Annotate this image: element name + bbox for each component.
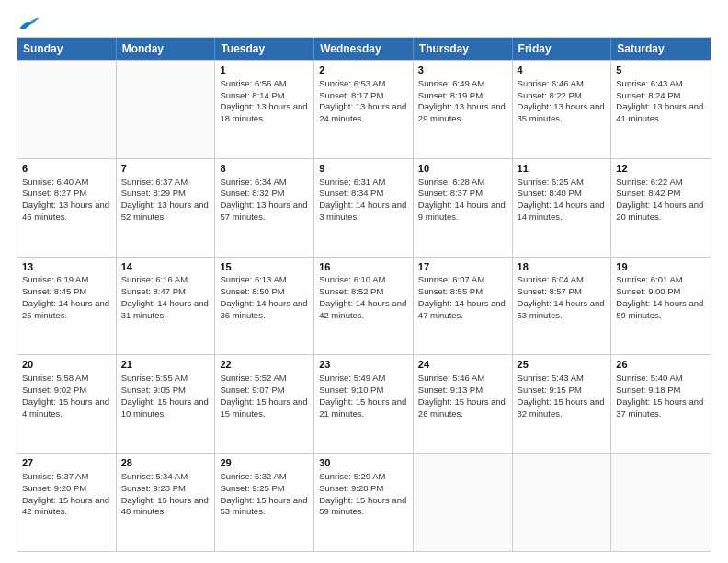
calendar-header: SundayMondayTuesdayWednesdayThursdayFrid… bbox=[17, 38, 711, 60]
day-number: 22 bbox=[220, 358, 309, 372]
calendar-cell: 16Sunrise: 6:10 AMSunset: 8:52 PMDayligh… bbox=[314, 258, 414, 355]
day-info: Sunset: 8:29 PM bbox=[121, 188, 210, 200]
day-info: Daylight: 15 hours and 42 minutes. bbox=[22, 495, 111, 519]
day-number: 29 bbox=[220, 456, 309, 470]
day-number: 6 bbox=[22, 162, 111, 176]
calendar-cell: 24Sunrise: 5:46 AMSunset: 9:13 PMDayligh… bbox=[414, 355, 513, 453]
day-number: 9 bbox=[319, 162, 408, 176]
day-number: 2 bbox=[319, 63, 408, 77]
day-info: Sunset: 8:45 PM bbox=[22, 286, 111, 298]
calendar-cell: 18Sunrise: 6:04 AMSunset: 8:57 PMDayligh… bbox=[513, 258, 612, 355]
day-info: Daylight: 14 hours and 42 minutes. bbox=[319, 298, 408, 322]
day-info: Sunset: 8:14 PM bbox=[220, 90, 309, 102]
day-info: Sunrise: 6:49 AM bbox=[418, 78, 507, 90]
calendar-header-day: Wednesday bbox=[314, 38, 414, 60]
day-info: Daylight: 15 hours and 53 minutes. bbox=[220, 495, 309, 519]
day-info: Sunset: 8:57 PM bbox=[518, 286, 607, 298]
day-info: Daylight: 13 hours and 18 minutes. bbox=[220, 101, 309, 125]
day-info: Sunrise: 6:53 AM bbox=[319, 78, 408, 90]
calendar-cell bbox=[17, 61, 117, 158]
calendar-cell: 28Sunrise: 5:34 AMSunset: 9:23 PMDayligh… bbox=[117, 454, 216, 551]
day-number: 11 bbox=[518, 162, 607, 176]
day-info: Daylight: 14 hours and 14 minutes. bbox=[518, 200, 607, 224]
day-number: 30 bbox=[319, 456, 408, 470]
day-info: Sunrise: 6:16 AM bbox=[121, 274, 210, 286]
calendar-header-day: Saturday bbox=[611, 38, 711, 60]
calendar-row: 1Sunrise: 6:56 AMSunset: 8:14 PMDaylight… bbox=[17, 60, 711, 158]
calendar-cell: 27Sunrise: 5:37 AMSunset: 9:20 PMDayligh… bbox=[17, 454, 117, 551]
day-number: 5 bbox=[616, 63, 706, 77]
day-info: Sunset: 8:55 PM bbox=[418, 286, 507, 298]
day-info: Sunrise: 6:13 AM bbox=[220, 274, 309, 286]
day-info: Daylight: 14 hours and 25 minutes. bbox=[22, 298, 111, 322]
calendar-header-day: Monday bbox=[117, 38, 216, 60]
calendar-body: 1Sunrise: 6:56 AMSunset: 8:14 PMDaylight… bbox=[17, 60, 711, 551]
calendar-cell: 5Sunrise: 6:43 AMSunset: 8:24 PMDaylight… bbox=[611, 61, 711, 158]
day-info: Sunset: 9:02 PM bbox=[22, 385, 111, 396]
day-info: Sunrise: 6:37 AM bbox=[121, 177, 210, 189]
day-info: Daylight: 14 hours and 9 minutes. bbox=[418, 200, 507, 224]
day-number: 25 bbox=[518, 358, 607, 372]
calendar-cell: 17Sunrise: 6:07 AMSunset: 8:55 PMDayligh… bbox=[414, 258, 513, 355]
day-info: Daylight: 13 hours and 52 minutes. bbox=[121, 200, 210, 224]
day-info: Daylight: 14 hours and 3 minutes. bbox=[319, 200, 408, 224]
day-info: Sunset: 9:18 PM bbox=[616, 385, 706, 396]
day-info: Sunset: 9:20 PM bbox=[22, 483, 111, 495]
day-info: Sunset: 8:19 PM bbox=[418, 90, 507, 102]
day-info: Sunrise: 6:56 AM bbox=[220, 78, 309, 90]
day-number: 21 bbox=[121, 358, 210, 372]
day-number: 7 bbox=[121, 162, 210, 176]
day-info: Sunset: 9:23 PM bbox=[121, 483, 210, 495]
day-info: Sunrise: 5:40 AM bbox=[616, 373, 706, 385]
day-info: Sunset: 8:50 PM bbox=[220, 286, 309, 298]
day-info: Daylight: 15 hours and 26 minutes. bbox=[418, 396, 507, 420]
calendar-cell: 15Sunrise: 6:13 AMSunset: 8:50 PMDayligh… bbox=[215, 258, 314, 355]
calendar-header-day: Sunday bbox=[17, 38, 117, 60]
day-info: Sunrise: 5:29 AM bbox=[319, 471, 408, 483]
day-info: Sunset: 9:28 PM bbox=[319, 483, 408, 495]
day-info: Sunset: 8:40 PM bbox=[518, 188, 607, 200]
day-number: 26 bbox=[616, 358, 706, 372]
calendar-cell: 23Sunrise: 5:49 AMSunset: 9:10 PMDayligh… bbox=[314, 355, 414, 453]
day-number: 8 bbox=[220, 162, 309, 176]
day-info: Sunset: 8:17 PM bbox=[319, 90, 408, 102]
logo bbox=[17, 15, 40, 28]
calendar-cell bbox=[117, 61, 216, 158]
calendar-cell: 4Sunrise: 6:46 AMSunset: 8:22 PMDaylight… bbox=[513, 61, 612, 158]
calendar-cell: 6Sunrise: 6:40 AMSunset: 8:27 PMDaylight… bbox=[17, 159, 117, 257]
day-info: Daylight: 15 hours and 10 minutes. bbox=[121, 396, 210, 420]
calendar-row: 20Sunrise: 5:58 AMSunset: 9:02 PMDayligh… bbox=[17, 354, 711, 453]
day-info: Daylight: 13 hours and 46 minutes. bbox=[22, 200, 111, 224]
calendar-cell: 25Sunrise: 5:43 AMSunset: 9:15 PMDayligh… bbox=[513, 355, 612, 453]
day-number: 3 bbox=[418, 63, 507, 77]
day-info: Sunset: 8:32 PM bbox=[220, 188, 309, 200]
day-info: Daylight: 15 hours and 48 minutes. bbox=[121, 495, 210, 519]
logo-bird-icon bbox=[18, 15, 40, 31]
calendar-cell bbox=[611, 454, 711, 551]
calendar-cell: 9Sunrise: 6:31 AMSunset: 8:34 PMDaylight… bbox=[314, 159, 414, 257]
day-info: Sunset: 8:37 PM bbox=[418, 188, 507, 200]
calendar: SundayMondayTuesdayWednesdayThursdayFrid… bbox=[17, 37, 711, 552]
header bbox=[17, 15, 711, 28]
calendar-cell bbox=[414, 454, 513, 551]
calendar-cell: 20Sunrise: 5:58 AMSunset: 9:02 PMDayligh… bbox=[17, 355, 117, 453]
day-info: Sunrise: 5:43 AM bbox=[518, 373, 607, 385]
day-info: Daylight: 15 hours and 37 minutes. bbox=[616, 396, 706, 420]
day-info: Sunrise: 6:25 AM bbox=[518, 177, 607, 189]
day-info: Sunset: 8:22 PM bbox=[518, 90, 607, 102]
day-number: 16 bbox=[319, 260, 408, 274]
day-number: 12 bbox=[616, 162, 706, 176]
day-info: Daylight: 14 hours and 20 minutes. bbox=[616, 200, 706, 224]
day-info: Sunset: 8:42 PM bbox=[616, 188, 706, 200]
day-info: Sunset: 9:05 PM bbox=[121, 385, 210, 396]
calendar-cell bbox=[513, 454, 612, 551]
calendar-cell: 8Sunrise: 6:34 AMSunset: 8:32 PMDaylight… bbox=[215, 159, 314, 257]
day-info: Sunrise: 5:46 AM bbox=[418, 373, 507, 385]
calendar-cell: 7Sunrise: 6:37 AMSunset: 8:29 PMDaylight… bbox=[117, 159, 216, 257]
day-number: 28 bbox=[121, 456, 210, 470]
day-info: Sunrise: 6:31 AM bbox=[319, 177, 408, 189]
day-info: Sunrise: 6:46 AM bbox=[518, 78, 607, 90]
calendar-cell: 14Sunrise: 6:16 AMSunset: 8:47 PMDayligh… bbox=[117, 258, 216, 355]
day-info: Sunrise: 5:55 AM bbox=[121, 373, 210, 385]
calendar-cell: 19Sunrise: 6:01 AMSunset: 9:00 PMDayligh… bbox=[611, 258, 711, 355]
